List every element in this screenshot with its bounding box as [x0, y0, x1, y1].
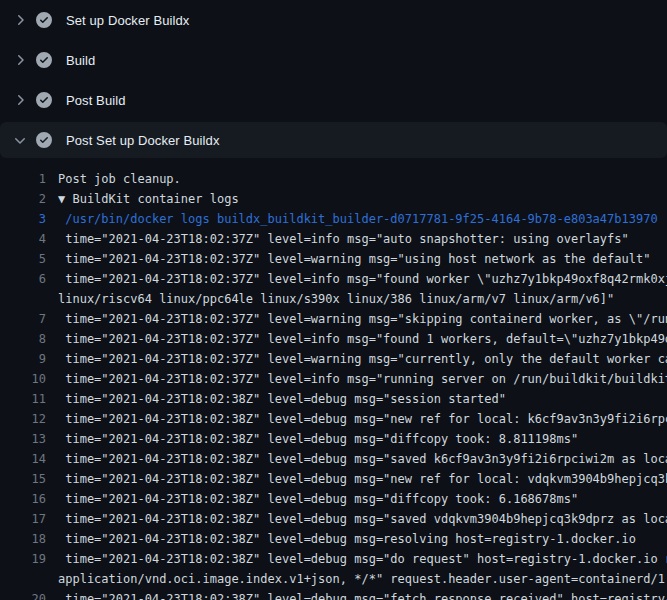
check-circle-icon [36, 12, 52, 28]
check-circle-icon [36, 52, 52, 68]
log-line: 8 time="2021-04-23T18:02:37Z" level=info… [0, 329, 667, 349]
log-output: 1Post job cleanup.2▼ BuildKit container … [0, 160, 667, 600]
step-row-build[interactable]: Build [0, 40, 667, 80]
line-number[interactable]: 19 [0, 549, 46, 569]
log-line: 11 time="2021-04-23T18:02:38Z" level=deb… [0, 389, 667, 409]
line-number[interactable]: 9 [0, 349, 46, 369]
log-text: time="2021-04-23T18:02:38Z" level=debug … [46, 409, 667, 429]
step-row-setup-docker-buildx[interactable]: Set up Docker Buildx [0, 0, 667, 40]
log-line: 10 time="2021-04-23T18:02:37Z" level=inf… [0, 369, 667, 389]
line-number[interactable]: 2 [0, 189, 46, 209]
log-line: 9 time="2021-04-23T18:02:37Z" level=warn… [0, 349, 667, 369]
log-line: 2▼ BuildKit container logs [0, 189, 667, 209]
step-label: Post Set up Docker Buildx [66, 133, 220, 148]
line-number [0, 289, 46, 309]
log-line: 19 time="2021-04-23T18:02:38Z" level=deb… [0, 549, 667, 569]
chevron-right-icon [12, 12, 28, 28]
log-line: 18 time="2021-04-23T18:02:38Z" level=deb… [0, 529, 667, 549]
line-number[interactable]: 3 [0, 209, 46, 229]
check-circle-icon [36, 92, 52, 108]
log-line: 5 time="2021-04-23T18:02:37Z" level=warn… [0, 249, 667, 269]
line-number[interactable]: 20 [0, 589, 46, 600]
step-label: Post Build [66, 93, 126, 108]
line-number[interactable]: 8 [0, 329, 46, 349]
line-number[interactable]: 4 [0, 229, 46, 249]
line-number[interactable]: 12 [0, 409, 46, 429]
log-text: time="2021-04-23T18:02:37Z" level=warnin… [46, 249, 650, 269]
log-line: 20 time="2021-04-23T18:02:38Z" level=deb… [0, 589, 667, 600]
line-number[interactable]: 14 [0, 449, 46, 469]
line-number[interactable]: 10 [0, 369, 46, 389]
log-line-continuation: application/vnd.oci.image.index.v1+json,… [0, 569, 667, 589]
log-line: 4 time="2021-04-23T18:02:37Z" level=info… [0, 229, 667, 249]
log-line: 3 /usr/bin/docker logs buildx_buildkit_b… [0, 209, 667, 229]
log-line: 15 time="2021-04-23T18:02:38Z" level=deb… [0, 469, 667, 489]
line-number[interactable]: 13 [0, 429, 46, 449]
log-line: 13 time="2021-04-23T18:02:38Z" level=deb… [0, 429, 667, 449]
log-text: application/vnd.oci.image.index.v1+json,… [46, 569, 667, 589]
line-number [0, 569, 46, 589]
log-line: 1Post job cleanup. [0, 169, 667, 189]
line-number[interactable]: 17 [0, 509, 46, 529]
log-line: 7 time="2021-04-23T18:02:37Z" level=warn… [0, 309, 667, 329]
log-text: time="2021-04-23T18:02:38Z" level=debug … [46, 429, 578, 449]
log-text: time="2021-04-23T18:02:38Z" level=debug … [46, 549, 667, 569]
line-number[interactable]: 11 [0, 389, 46, 409]
log-text: time="2021-04-23T18:02:38Z" level=debug … [46, 509, 667, 529]
steps-list: Set up Docker Buildx Build Post Build [0, 0, 667, 158]
log-text: Post job cleanup. [46, 169, 181, 189]
log-text: time="2021-04-23T18:02:37Z" level=info m… [46, 329, 667, 349]
log-text: time="2021-04-23T18:02:37Z" level=info m… [46, 369, 667, 389]
line-number[interactable]: 15 [0, 469, 46, 489]
line-number[interactable]: 6 [0, 269, 46, 289]
line-number[interactable]: 7 [0, 309, 46, 329]
log-line: 12 time="2021-04-23T18:02:38Z" level=deb… [0, 409, 667, 429]
log-line: 16 time="2021-04-23T18:02:38Z" level=deb… [0, 489, 667, 509]
line-number[interactable]: 16 [0, 489, 46, 509]
step-label: Build [66, 53, 95, 68]
log-line: 6 time="2021-04-23T18:02:37Z" level=info… [0, 269, 667, 289]
step-label: Set up Docker Buildx [66, 13, 189, 28]
step-row-post-setup-docker-buildx[interactable]: Post Set up Docker Buildx [0, 122, 667, 158]
log-text: time="2021-04-23T18:02:37Z" level=info m… [46, 269, 667, 289]
log-text: time="2021-04-23T18:02:38Z" level=debug … [46, 529, 636, 549]
step-row-post-build[interactable]: Post Build [0, 80, 667, 120]
log-text: time="2021-04-23T18:02:38Z" level=debug … [46, 469, 667, 489]
chevron-down-icon [12, 132, 28, 148]
log-text: linux/riscv64 linux/ppc64le linux/s390x … [46, 289, 614, 309]
log-text: time="2021-04-23T18:02:38Z" level=debug … [46, 389, 506, 409]
log-text: time="2021-04-23T18:02:38Z" level=debug … [46, 589, 667, 600]
log-line: 17 time="2021-04-23T18:02:38Z" level=deb… [0, 509, 667, 529]
log-text: time="2021-04-23T18:02:37Z" level=warnin… [46, 309, 667, 329]
line-number[interactable]: 18 [0, 529, 46, 549]
log-text: time="2021-04-23T18:02:37Z" level=info m… [46, 229, 629, 249]
chevron-right-icon [12, 92, 28, 108]
log-text: time="2021-04-23T18:02:38Z" level=debug … [46, 449, 667, 469]
log-line: 14 time="2021-04-23T18:02:38Z" level=deb… [0, 449, 667, 469]
line-number[interactable]: 5 [0, 249, 46, 269]
log-text: /usr/bin/docker logs buildx_buildkit_bui… [46, 209, 658, 229]
chevron-right-icon [12, 52, 28, 68]
log-text: time="2021-04-23T18:02:37Z" level=warnin… [46, 349, 667, 369]
log-line-continuation: linux/riscv64 linux/ppc64le linux/s390x … [0, 289, 667, 309]
check-circle-icon [36, 132, 52, 148]
actions-log-viewer: Set up Docker Buildx Build Post Build [0, 0, 667, 600]
line-number[interactable]: 1 [0, 169, 46, 189]
log-text: time="2021-04-23T18:02:38Z" level=debug … [46, 489, 578, 509]
log-group-toggle[interactable]: ▼ BuildKit container logs [46, 189, 239, 209]
